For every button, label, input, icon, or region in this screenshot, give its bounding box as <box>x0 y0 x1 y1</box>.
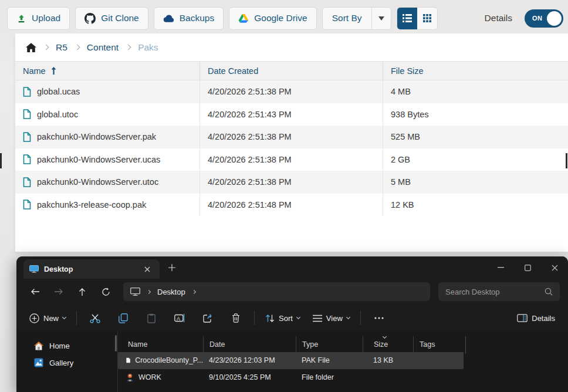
list-item-date: 4/23/2026 12:03 PM <box>209 356 275 364</box>
maximize-button[interactable] <box>514 256 541 279</box>
view-button[interactable]: View <box>310 311 352 326</box>
grid-view-button[interactable] <box>417 8 437 29</box>
sort-by-button[interactable]: Sort By <box>323 8 371 29</box>
ellipsis-icon <box>374 317 384 319</box>
list-column-tags[interactable]: Tags <box>413 336 466 352</box>
breadcrumb-chevron-icon <box>43 45 49 50</box>
column-header-date-created[interactable]: Date Created <box>200 62 383 80</box>
breadcrumb-item-r5[interactable]: R5 <box>56 42 67 53</box>
explorer-tab-desktop[interactable]: Desktop <box>23 259 160 279</box>
screen: Upload Git Clone Backups Google Drive So… <box>0 0 568 392</box>
details-toggle[interactable]: ON <box>525 9 563 28</box>
file-size: 525 MB <box>391 132 420 141</box>
column-header-name-label: Name <box>23 66 46 76</box>
git-clone-button[interactable]: Git Clone <box>75 7 148 30</box>
close-icon <box>552 265 558 271</box>
backups-button[interactable]: Backups <box>154 7 224 30</box>
minimize-button[interactable] <box>487 256 514 279</box>
search-box[interactable]: Search Desktop <box>438 282 560 301</box>
breadcrumb: R5 Content Paks <box>15 33 568 61</box>
details-pane-button[interactable]: Details <box>515 311 557 326</box>
column-header-name[interactable]: Name <box>15 62 200 80</box>
upload-button[interactable]: Upload <box>7 7 70 30</box>
rename-icon: A <box>174 313 185 323</box>
chevron-down-icon <box>62 315 66 319</box>
table-row[interactable]: pakchunk0-WindowsServer.pak 4/20/2026 2:… <box>15 126 568 148</box>
list-column-label: Name <box>128 340 147 349</box>
file-size: 938 Bytes <box>391 110 429 119</box>
explorer-titlebar[interactable]: Desktop <box>16 256 568 279</box>
file-manager-panel: R5 Content Paks Name Date Created File S… <box>15 33 568 252</box>
address-crumb-desktop[interactable]: Desktop <box>157 288 185 296</box>
sidebar-item-home[interactable]: Home <box>16 339 117 353</box>
list-header: Name Date Type Size Tags <box>118 336 466 352</box>
table-row[interactable]: pakchunk3-release-coop.pak 4/20/2026 2:5… <box>15 194 568 217</box>
list-item[interactable]: WORK 9/10/2025 4:25 PM File folder <box>118 369 464 386</box>
list-column-label: Size <box>374 340 388 349</box>
window-controls <box>487 256 568 279</box>
desktop-monitor-icon <box>29 265 39 273</box>
list-item-selected[interactable]: CrocodileBounty_P... 4/23/2026 12:03 PM … <box>118 352 464 369</box>
list-view-button[interactable] <box>397 8 417 29</box>
upload-label: Upload <box>32 13 60 23</box>
home-icon[interactable] <box>26 43 36 52</box>
new-tab-button[interactable] <box>163 259 181 276</box>
list-column-name[interactable]: Name <box>118 336 203 352</box>
cut-button[interactable] <box>85 309 105 327</box>
new-button-label: New <box>43 314 59 323</box>
share-button[interactable] <box>198 309 218 327</box>
table-row[interactable]: pakchunk0-WindowsServer.ucas 4/20/2026 2… <box>15 148 568 171</box>
file-name: pakchunk3-release-coop.pak <box>37 200 146 209</box>
paste-icon <box>147 313 155 323</box>
google-drive-icon <box>238 13 249 23</box>
file-size: 12 KB <box>391 200 414 209</box>
divider <box>76 311 77 325</box>
list-column-date[interactable]: Date <box>203 336 296 352</box>
list-item-size: 13 KB <box>373 356 393 364</box>
up-button[interactable] <box>72 282 93 301</box>
file-name: global.ucas <box>37 87 80 96</box>
backups-label: Backups <box>180 13 214 23</box>
forward-button[interactable] <box>48 282 69 301</box>
table-row[interactable]: pakchunk0-WindowsServer.utoc 4/20/2026 2… <box>15 171 568 194</box>
google-drive-button[interactable]: Google Drive <box>229 7 316 30</box>
explorer-command-bar: New A Sor <box>16 305 568 332</box>
tab-close-button[interactable] <box>141 263 154 276</box>
refresh-button[interactable] <box>95 282 116 301</box>
copy-button[interactable] <box>113 309 133 327</box>
file-icon <box>23 177 31 187</box>
paste-button[interactable] <box>141 309 161 327</box>
sort-by-dropdown-button[interactable] <box>371 8 391 29</box>
sidebar-scrollbar[interactable] <box>115 335 117 352</box>
close-icon <box>144 266 150 272</box>
sort-by-control: Sort By <box>322 7 391 30</box>
address-bar[interactable]: Desktop <box>123 282 430 301</box>
table-row[interactable]: global.ucas 4/20/2026 2:51:38 PM 4 MB <box>15 80 568 103</box>
details-toggle-state: ON <box>532 15 543 22</box>
breadcrumb-item-content[interactable]: Content <box>87 42 119 53</box>
delete-button[interactable] <box>226 309 246 327</box>
arrow-up-icon <box>79 288 86 296</box>
list-column-type[interactable]: Type <box>296 336 363 352</box>
view-toggle-group <box>397 7 438 30</box>
sort-button[interactable]: Sort <box>263 311 302 326</box>
sidebar-item-gallery[interactable]: Gallery <box>16 355 117 370</box>
breadcrumb-chevron-icon <box>74 45 80 50</box>
google-drive-label: Google Drive <box>254 13 307 23</box>
new-plus-icon <box>29 313 39 323</box>
arrow-right-icon <box>54 288 63 295</box>
column-header-file-size[interactable]: File Size <box>383 62 568 80</box>
list-column-label: Type <box>302 340 318 349</box>
breadcrumb-chevron-icon <box>147 289 151 293</box>
new-button[interactable]: New <box>27 310 68 326</box>
details-toggle-label: Details <box>485 13 512 23</box>
caret-down-icon <box>378 16 384 21</box>
close-button[interactable] <box>541 256 568 279</box>
file-name: pakchunk0-WindowsServer.pak <box>37 132 156 141</box>
list-column-size[interactable]: Size <box>363 336 413 352</box>
back-button[interactable] <box>25 282 46 301</box>
table-row[interactable]: global.utoc 4/20/2026 2:51:43 PM 938 Byt… <box>15 103 568 126</box>
breadcrumb-chevron-icon <box>192 289 196 293</box>
rename-button[interactable]: A <box>170 309 190 327</box>
more-options-button[interactable] <box>369 309 389 327</box>
